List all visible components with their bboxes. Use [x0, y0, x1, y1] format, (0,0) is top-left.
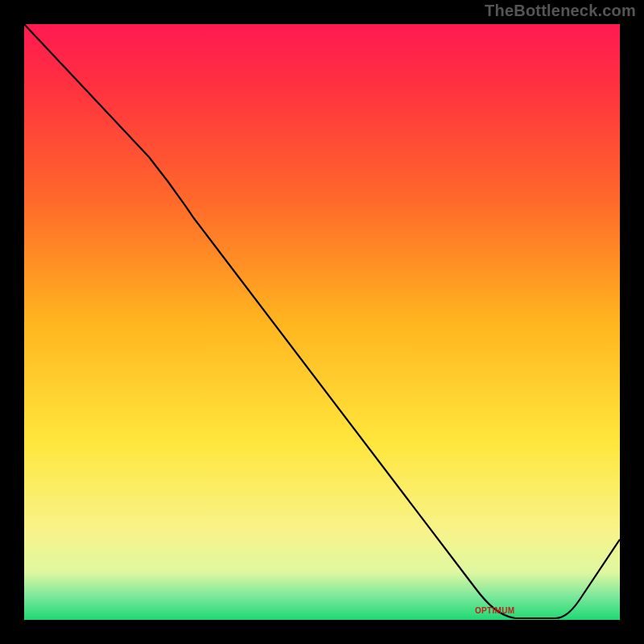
curve-path: [24, 24, 620, 618]
chart-stage: TheBottleneck.com OPTIMUM: [0, 0, 644, 644]
optimum-label: OPTIMUM: [475, 606, 514, 615]
watermark-text: TheBottleneck.com: [485, 2, 636, 20]
bottleneck-curve: [24, 24, 620, 620]
plot-area: OPTIMUM: [24, 24, 620, 620]
